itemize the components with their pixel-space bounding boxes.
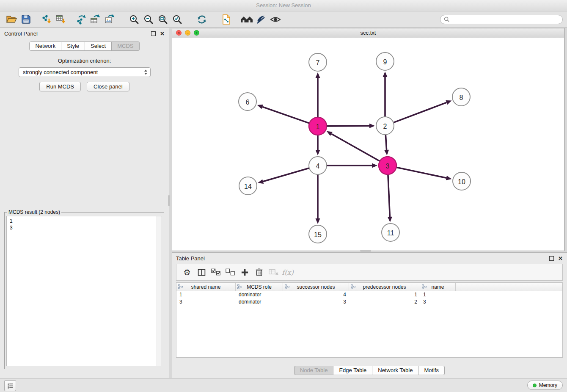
show-hide-button[interactable] (268, 12, 283, 27)
delete-table-button[interactable] (267, 266, 280, 279)
column-type-icon (285, 284, 289, 289)
column-header-MCDS-role[interactable]: MCDS role (236, 283, 283, 291)
graph-node-label: 3 (386, 163, 390, 170)
tab-style[interactable]: Style (61, 41, 85, 51)
table-cell[interactable]: 3 (283, 298, 349, 306)
clone-network-icon (221, 14, 232, 25)
export-image-button[interactable] (102, 12, 117, 27)
graph-edge-arrow (258, 179, 264, 184)
table-cell[interactable]: 2 (349, 298, 420, 306)
table-settings-button[interactable]: ⚙ (181, 266, 193, 279)
column-header-successor-nodes[interactable]: successor nodes (283, 283, 349, 291)
graph-edge-arrow (372, 163, 377, 168)
tab-network[interactable]: Network (29, 41, 61, 51)
horizontal-splitter-grip[interactable] (360, 250, 371, 252)
network-window-titlebar[interactable]: ✕ − + scc.txt (172, 28, 564, 38)
panel-splitter-grip[interactable] (168, 195, 170, 206)
close-panel-icon[interactable]: ✕ (160, 31, 165, 36)
table-toolbar: ⚙ (176, 264, 563, 281)
delete-column-button[interactable] (253, 266, 265, 279)
trash-icon (255, 268, 263, 277)
task-history-button[interactable] (4, 380, 16, 391)
import-table-button[interactable] (53, 12, 68, 27)
zoom-fit-button[interactable] (156, 12, 170, 27)
table-cell[interactable]: 1 (176, 291, 236, 298)
export-table-button[interactable] (88, 12, 102, 27)
column-type-icon (178, 284, 183, 289)
search-icon (444, 17, 449, 22)
graph-edge-1-6[interactable] (262, 107, 309, 123)
tab-edge-table[interactable]: Edge Table (333, 366, 372, 375)
window-close-icon[interactable]: ✕ (176, 30, 182, 36)
zoom-out-icon (143, 14, 154, 25)
table-cell[interactable]: 3 (176, 298, 236, 306)
columns-icon (197, 268, 206, 277)
table-cell[interactable]: 3 (420, 298, 456, 306)
search-input[interactable] (452, 16, 559, 23)
graph-edge-2-8[interactable] (394, 102, 447, 123)
graph-edge-1-2[interactable] (327, 126, 369, 126)
table-cell[interactable]: 4 (283, 291, 349, 298)
graph-node-label: 7 (316, 59, 320, 66)
search-field[interactable] (440, 15, 563, 24)
clone-network-button[interactable] (219, 12, 234, 27)
tab-select[interactable]: Select (85, 41, 112, 51)
float-table-panel-icon[interactable] (549, 256, 554, 261)
tab-mcds[interactable]: MCDS (112, 41, 139, 51)
graph-edge-3-11[interactable] (388, 174, 390, 217)
table-cell[interactable]: dominator (236, 298, 283, 306)
graph-edge-arrow (383, 72, 388, 77)
table-row[interactable]: 1dominator411 (176, 291, 562, 298)
open-session-button[interactable] (4, 12, 19, 27)
window-zoom-icon[interactable]: + (194, 30, 199, 36)
window-minimize-icon[interactable]: − (185, 30, 190, 36)
table-row[interactable]: 3dominator323 (176, 298, 562, 306)
column-header-shared-name[interactable]: shared name (176, 283, 236, 291)
zoom-out-button[interactable] (141, 12, 156, 27)
memory-label: Memory (539, 382, 557, 388)
function-builder-button[interactable]: f(x) (281, 266, 294, 279)
graph-edge-3-1[interactable] (331, 134, 380, 161)
toggle-columns-button[interactable] (195, 266, 208, 279)
import-network-button[interactable] (39, 12, 53, 27)
traffic-lights: ✕ − + (176, 30, 199, 36)
network-canvas[interactable]: 7968124314101511 (172, 38, 564, 251)
save-session-button[interactable] (19, 12, 33, 27)
column-header-predecessor-nodes[interactable]: predecessor nodes (349, 283, 420, 291)
column-header-label: MCDS role (247, 284, 272, 290)
zoom-in-button[interactable] (127, 12, 141, 27)
close-panel-button[interactable]: Close panel (87, 82, 129, 91)
style-button[interactable] (254, 12, 268, 27)
graph-node-label: 4 (316, 163, 320, 170)
close-table-panel-icon[interactable]: ✕ (558, 256, 563, 261)
memory-button[interactable]: Memory (527, 381, 563, 390)
table-cell[interactable]: 1 (420, 291, 456, 298)
session-home-button[interactable] (239, 12, 254, 27)
graph-edge-4-14[interactable] (263, 168, 309, 182)
eye-icon (270, 14, 281, 25)
refresh-layout-button[interactable] (195, 12, 209, 27)
node-table-body: 1dominator4113dominator323 (176, 291, 562, 306)
mcds-result-item[interactable]: 1 (10, 218, 162, 224)
export-network-button[interactable] (74, 12, 88, 27)
graph-edge-3-10[interactable] (396, 167, 446, 178)
run-mcds-button[interactable]: Run MCDS (39, 82, 81, 91)
table-cell[interactable]: dominator (236, 291, 283, 298)
table-cell[interactable]: 1 (349, 291, 420, 298)
result-scrollbar[interactable] (157, 216, 162, 366)
column-header-label: shared name (191, 284, 220, 290)
graph-edge-arrow (388, 217, 392, 222)
select-all-button[interactable] (209, 266, 222, 279)
criterion-dropdown[interactable]: strongly connected component (19, 67, 151, 77)
float-panel-icon[interactable] (151, 31, 156, 36)
zoom-selected-button[interactable] (170, 12, 184, 27)
graph-edge-2-3[interactable] (385, 135, 386, 150)
tab-node-table[interactable]: Node Table (294, 366, 334, 375)
add-column-button[interactable] (238, 266, 251, 279)
tab-network-table[interactable]: Network Table (372, 366, 418, 375)
tab-motifs[interactable]: Motifs (418, 366, 445, 375)
deselect-all-button[interactable] (224, 266, 237, 279)
mcds-result-item[interactable]: 3 (10, 224, 162, 231)
node-table-header-row: shared nameMCDS rolesuccessor nodesprede… (176, 283, 562, 291)
column-header-name[interactable]: name (420, 283, 456, 291)
